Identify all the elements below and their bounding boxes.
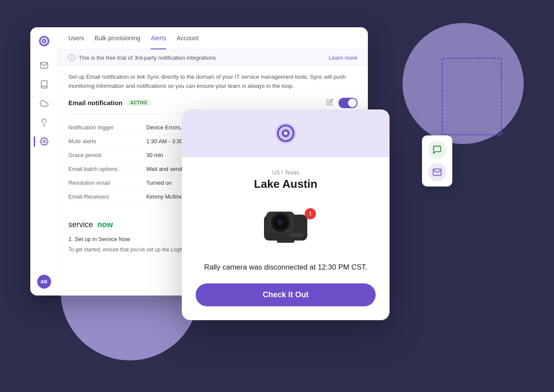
- row-label: Mute alerts: [68, 138, 146, 145]
- sidebar-item-inbox[interactable]: [39, 60, 49, 71]
- row-value: 30 min: [146, 152, 163, 158]
- svg-text:service: service: [68, 220, 93, 229]
- email-toggle[interactable]: [338, 98, 358, 108]
- active-badge: ACTIVE: [127, 100, 151, 106]
- row-label: Email batch options: [68, 166, 146, 172]
- notification-message: Rally camera was disconnected at 12:30 P…: [196, 262, 376, 273]
- svg-rect-22: [290, 233, 303, 237]
- section-actions: [326, 98, 358, 108]
- app-logo[interactable]: [37, 34, 51, 48]
- tab-alerts[interactable]: Alerts: [151, 28, 166, 49]
- svg-point-21: [277, 219, 280, 222]
- description-text: Set up Email notification or link Sync d…: [58, 66, 368, 98]
- dashed-border-decoration: [441, 58, 502, 135]
- edit-icon[interactable]: [326, 99, 333, 107]
- device-image-container: !: [196, 199, 376, 253]
- row-label: Resolution email: [68, 180, 146, 186]
- user-avatar[interactable]: AB: [37, 275, 51, 289]
- card-body: US / Texas Lake Austin: [182, 157, 390, 320]
- tab-users[interactable]: Users: [68, 28, 84, 49]
- banner-text: This is the free trial of 3rd-party noti…: [79, 55, 216, 61]
- mail-icon-button[interactable]: [428, 163, 446, 181]
- error-badge: !: [305, 208, 316, 219]
- row-value: Turned on: [146, 180, 172, 186]
- mini-icons-panel: [422, 135, 452, 186]
- card-header: [182, 109, 390, 157]
- location-text: US / Texas: [196, 169, 376, 176]
- room-name: Lake Austin: [196, 177, 376, 191]
- sidebar-item-cloud[interactable]: [39, 98, 49, 109]
- sidebar-item-book[interactable]: [39, 79, 49, 90]
- email-section-title: Email notification: [68, 99, 122, 106]
- sidebar-item-settings[interactable]: [39, 136, 49, 147]
- svg-point-12: [284, 132, 287, 135]
- sync-logo-large: [274, 121, 298, 145]
- chat-icon-button[interactable]: [428, 141, 446, 159]
- info-icon: i: [68, 54, 75, 61]
- top-nav: Users Bulk provisioning Alerts Account: [58, 27, 368, 50]
- svg-point-3: [43, 40, 45, 42]
- tab-account[interactable]: Account: [177, 28, 199, 49]
- svg-point-6: [43, 141, 45, 143]
- check-it-out-button[interactable]: Check It Out: [196, 283, 376, 306]
- row-label: Notification trigger: [68, 124, 146, 131]
- notification-card: US / Texas Lake Austin: [182, 109, 390, 320]
- svg-text:now: now: [97, 220, 113, 229]
- row-label: Email Receivers: [68, 193, 146, 200]
- camera-image: [251, 199, 320, 251]
- sidebar: AB: [30, 27, 58, 296]
- sidebar-item-lightbulb[interactable]: [39, 117, 49, 128]
- info-banner: i This is the free trial of 3rd-party no…: [58, 50, 368, 66]
- learn-more-link[interactable]: Learn more: [329, 55, 358, 61]
- row-label: Grace period: [68, 152, 146, 158]
- tab-bulk-provisioning[interactable]: Bulk provisioning: [95, 28, 141, 49]
